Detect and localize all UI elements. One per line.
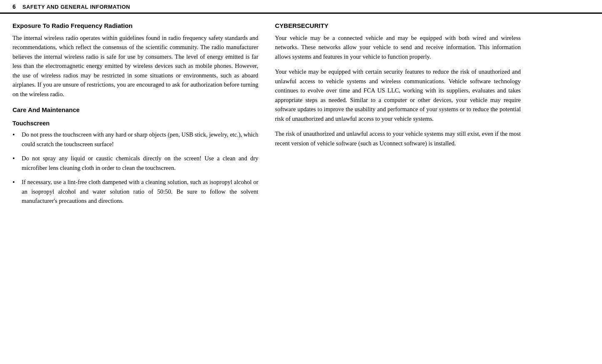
bullet-text-1: Do not press the touchscreen with any ha… [22, 130, 258, 149]
rf-section: Exposure To Radio Frequency Radiation Th… [12, 22, 258, 99]
bullet-text-2: Do not spray any liquid or caustic chemi… [22, 154, 258, 172]
left-column: Exposure To Radio Frequency Radiation Th… [12, 22, 258, 352]
care-section: Care And Maintenance Touchscreen • Do no… [12, 106, 258, 205]
header-bar: 6 SAFETY AND GENERAL INFORMATION [0, 0, 602, 14]
cybersecurity-heading: CYBERSECURITY [275, 22, 521, 29]
care-heading: Care And Maintenance [12, 106, 258, 113]
cybersecurity-para2: Your vehicle may be equipped with certai… [275, 67, 521, 123]
cybersecurity-para1: Your vehicle may be a connected vehicle … [275, 33, 521, 61]
bullet-item-2: • Do not spray any liquid or caustic che… [12, 154, 258, 172]
bullet-dot-3: • [12, 177, 20, 188]
cybersecurity-para3: The risk of unauthorized and unlawful ac… [275, 129, 521, 148]
page-number: 6 [12, 3, 16, 10]
rf-heading: Exposure To Radio Frequency Radiation [12, 22, 258, 29]
page-container: 6 SAFETY AND GENERAL INFORMATION Exposur… [0, 0, 602, 364]
bullet-text-3: If necessary, use a lint-free cloth damp… [22, 177, 258, 205]
header-title: SAFETY AND GENERAL INFORMATION [22, 4, 130, 10]
right-column: CYBERSECURITY Your vehicle may be a conn… [275, 22, 521, 352]
bullet-dot-1: • [12, 130, 20, 140]
rf-body: The internal wireless radio operates wit… [12, 33, 258, 99]
touchscreen-subheading: Touchscreen [12, 120, 258, 127]
cybersecurity-section: CYBERSECURITY Your vehicle may be a conn… [275, 22, 521, 148]
bullet-dot-2: • [12, 154, 20, 164]
bullet-item-3: • If necessary, use a lint-free cloth da… [12, 177, 258, 205]
content-area: Exposure To Radio Frequency Radiation Th… [0, 14, 602, 360]
touchscreen-bullet-list: • Do not press the touchscreen with any … [12, 130, 258, 205]
bullet-item-1: • Do not press the touchscreen with any … [12, 130, 258, 149]
